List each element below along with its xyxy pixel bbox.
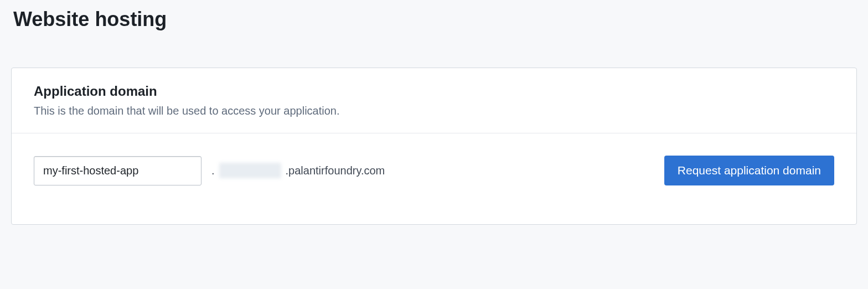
domain-redacted [219, 163, 281, 178]
page-title: Website hosting [0, 0, 868, 37]
application-domain-card: Application domain This is the domain th… [11, 68, 857, 225]
domain-input[interactable] [34, 156, 202, 185]
domain-suffix-wrap: . .palantirfoundry.com [211, 163, 385, 178]
card-body: . .palantirfoundry.com Request applicati… [12, 133, 856, 224]
domain-dot: . [211, 164, 215, 177]
card-header: Application domain This is the domain th… [12, 68, 856, 133]
request-application-domain-button[interactable]: Request application domain [664, 156, 834, 185]
domain-row: . .palantirfoundry.com [34, 156, 385, 185]
card-header-title: Application domain [34, 84, 834, 99]
card-header-description: This is the domain that will be used to … [34, 105, 834, 117]
domain-suffix-text: .palantirfoundry.com [286, 164, 385, 177]
